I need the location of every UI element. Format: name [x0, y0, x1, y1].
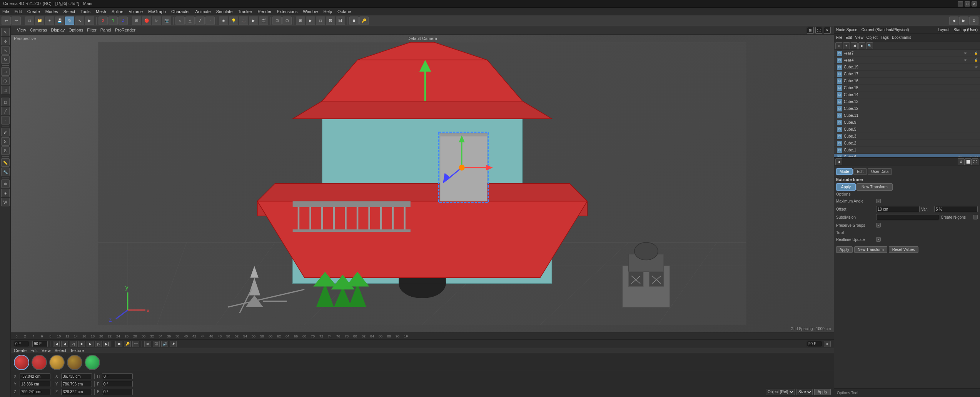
- vis-eye[interactable]: 👁: [963, 51, 968, 56]
- cam2-btn[interactable]: 🎥: [239, 17, 248, 25]
- menu-select[interactable]: Select: [63, 9, 75, 14]
- obj-menu-tags[interactable]: Tags: [881, 35, 889, 40]
- obj-cube13[interactable]: □ Cube.13: [834, 98, 980, 105]
- vp-menu-filter[interactable]: Filter: [87, 28, 96, 32]
- mat-swatch-1[interactable]: [14, 355, 29, 370]
- x-axis-btn[interactable]: X: [99, 17, 108, 25]
- size-x-value[interactable]: 36.735 cm: [61, 373, 92, 379]
- obj-cube15[interactable]: □ Cube.15: [834, 85, 980, 91]
- render2-btn[interactable]: ▶: [249, 17, 258, 25]
- z-axis-btn[interactable]: Z: [119, 17, 128, 25]
- coord-space-dropdown[interactable]: Object (Rel) World: [766, 389, 795, 395]
- mat-menu-edit[interactable]: Edit: [30, 348, 38, 353]
- max-angle-checkbox[interactable]: ✓: [876, 199, 881, 203]
- obj-cube7[interactable]: □ 큐브7 👁 · 🔒: [834, 50, 980, 57]
- var-input[interactable]: [934, 206, 978, 212]
- render3-btn[interactable]: ▶: [306, 17, 315, 25]
- snap-btn[interactable]: 🔴: [142, 17, 151, 25]
- save-btn[interactable]: 💾: [55, 17, 64, 25]
- render-btn[interactable]: ▶: [85, 17, 94, 25]
- playmode-btn[interactable]: ⊕: [144, 341, 151, 347]
- rotate-tool-btn[interactable]: ↻: [65, 17, 74, 25]
- offset-input[interactable]: [876, 206, 920, 212]
- vp-menu-display[interactable]: Display: [51, 28, 65, 32]
- vp-menu-options[interactable]: Options: [68, 28, 83, 32]
- obj-cube6-main[interactable]: □ Cube.6 👁 · ✛ 🏷: [834, 154, 980, 158]
- tool-magnet[interactable]: 🔧: [1, 168, 10, 176]
- pos-x-value[interactable]: -37.042 cm: [20, 373, 50, 379]
- vp-menu-cameras[interactable]: Cameras: [30, 28, 47, 32]
- obj-tb-3[interactable]: ◀: [851, 42, 858, 49]
- tool-morph[interactable]: ◈: [1, 189, 10, 197]
- material-btn[interactable]: ◈: [219, 17, 228, 25]
- vis-eye-19[interactable]: 👁: [974, 65, 978, 70]
- coord-mode-dropdown[interactable]: Size: [796, 389, 813, 395]
- menu-simulate[interactable]: Simulate: [216, 9, 233, 14]
- next-frame-btn[interactable]: ▷: [95, 341, 102, 347]
- obj-tb-4[interactable]: ▶: [858, 42, 865, 49]
- redo-btn[interactable]: ↪: [12, 17, 21, 25]
- preview-btn[interactable]: 👁: [170, 341, 177, 347]
- tool-edge[interactable]: ╱: [1, 107, 10, 115]
- menu-octane[interactable]: Octane: [337, 9, 351, 14]
- mat-menu-view[interactable]: View: [42, 348, 51, 353]
- record-btn[interactable]: ⏺: [115, 341, 122, 347]
- ptab-mode[interactable]: Mode: [836, 168, 853, 175]
- menu-edit[interactable]: Edit: [15, 9, 22, 14]
- nav-prev-btn[interactable]: ◀: [949, 17, 958, 25]
- props-settings-1[interactable]: ⚙: [958, 158, 965, 165]
- obj-cube19[interactable]: □ Cube.19 👁: [834, 64, 980, 71]
- obj-tb-1[interactable]: ≡: [835, 42, 842, 49]
- layout-btn[interactable]: ⊞: [296, 17, 305, 25]
- obj-cube16[interactable]: □ Cube.16: [834, 78, 980, 85]
- vis-tag-6[interactable]: 🏷: [974, 155, 978, 158]
- add-btn[interactable]: +: [45, 17, 54, 25]
- mat-menu-texture[interactable]: Texture: [70, 348, 84, 353]
- render-all-btn[interactable]: 🎞: [336, 17, 345, 25]
- ptab-edit[interactable]: Edit: [853, 168, 867, 175]
- menu-volume[interactable]: Volume: [129, 9, 143, 14]
- obj-cube12[interactable]: □ Cube.12: [834, 105, 980, 112]
- tool-weight[interactable]: W: [1, 198, 10, 206]
- vis-dot-6[interactable]: ·: [963, 155, 968, 158]
- record-btn[interactable]: ⏺: [349, 17, 359, 25]
- prev-frame-btn[interactable]: ◀: [61, 341, 68, 347]
- obj-tb-2[interactable]: +: [843, 42, 850, 49]
- menu-help[interactable]: Help: [323, 9, 332, 14]
- menu-tracker[interactable]: Tracker: [238, 9, 252, 14]
- tool-live-select[interactable]: ⬡: [1, 76, 10, 85]
- props-settings-2[interactable]: ⬜: [965, 158, 972, 165]
- vis-lock-4[interactable]: 🔒: [974, 58, 978, 63]
- play-back-btn[interactable]: ◁: [70, 341, 77, 347]
- pos-z-value[interactable]: 799.241 cm: [20, 389, 50, 395]
- play-btn[interactable]: ▶: [87, 341, 93, 347]
- obj-menu-bookmarks[interactable]: Bookmarks: [892, 35, 911, 40]
- tool-poly[interactable]: ◻: [1, 98, 10, 106]
- minimize-btn[interactable]: ─: [958, 1, 963, 7]
- tool-move[interactable]: ✛: [1, 37, 10, 45]
- menu-animate[interactable]: Animate: [195, 9, 210, 14]
- tool-rect-select[interactable]: ◫: [1, 86, 10, 94]
- preserve-groups-checkbox[interactable]: ✓: [876, 223, 881, 228]
- vis-eye-6[interactable]: 👁: [958, 155, 962, 158]
- render-view-btn[interactable]: 🖼: [326, 17, 335, 25]
- vis-dot[interactable]: ·: [968, 51, 973, 56]
- node-space-value[interactable]: Current (Standard/Physical): [861, 28, 909, 32]
- pb-settings-btn[interactable]: ≡: [824, 341, 831, 347]
- coord-apply-btn[interactable]: Apply: [814, 389, 831, 395]
- menu-spline[interactable]: Spline: [112, 9, 124, 14]
- vp-menu-view[interactable]: View: [17, 28, 26, 32]
- layout-value[interactable]: Startup (User): [953, 28, 978, 32]
- obj-tb-5[interactable]: 🔍: [866, 42, 873, 49]
- y-axis-btn[interactable]: Y: [109, 17, 118, 25]
- mat-swatch-3[interactable]: [49, 355, 65, 370]
- obj-cube11[interactable]: □ Cube.11: [834, 112, 980, 119]
- light-btn[interactable]: 💡: [229, 17, 238, 25]
- size-y-value[interactable]: 786.796 cm: [61, 381, 92, 387]
- tool-point[interactable]: ·: [1, 116, 10, 125]
- vis-dot-4[interactable]: ·: [968, 58, 973, 63]
- obj-cube9[interactable]: □ Cube.9: [834, 119, 980, 126]
- obj-cube2[interactable]: □ Cube.2: [834, 140, 980, 147]
- create-ngons-checkbox[interactable]: [973, 215, 978, 219]
- mat-menu-select[interactable]: Select: [55, 348, 67, 353]
